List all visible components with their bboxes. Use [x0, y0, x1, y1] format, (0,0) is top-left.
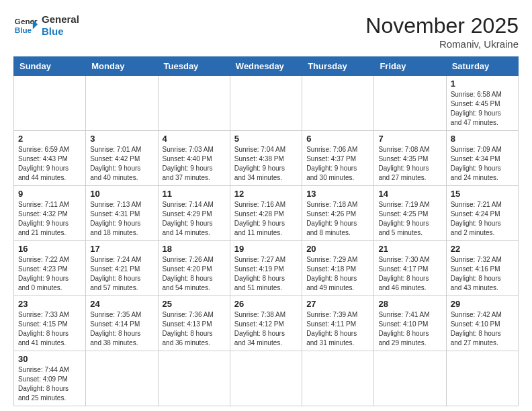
- calendar-day-cell: [14, 76, 86, 131]
- day-number: 10: [90, 189, 153, 199]
- day-number: 7: [378, 134, 441, 144]
- calendar-day-cell: [302, 351, 374, 406]
- day-info: Sunrise: 7:30 AMSunset: 4:17 PMDaylight:…: [378, 255, 441, 293]
- calendar-day-cell: [374, 76, 446, 131]
- day-info: Sunrise: 7:11 AMSunset: 4:32 PMDaylight:…: [18, 200, 81, 238]
- calendar-day-cell: 19Sunrise: 7:27 AMSunset: 4:19 PMDayligh…: [230, 241, 302, 296]
- calendar-day-cell: 7Sunrise: 7:08 AMSunset: 4:35 PMDaylight…: [374, 131, 446, 186]
- calendar-day-cell: 3Sunrise: 7:01 AMSunset: 4:42 PMDaylight…: [86, 131, 158, 186]
- calendar-day-cell: [158, 351, 230, 406]
- calendar-week-row: 9Sunrise: 7:11 AMSunset: 4:32 PMDaylight…: [14, 186, 519, 241]
- day-number: 27: [306, 299, 369, 309]
- day-number: 22: [451, 244, 514, 254]
- day-number: 21: [378, 244, 441, 254]
- calendar-week-row: 23Sunrise: 7:33 AMSunset: 4:15 PMDayligh…: [14, 296, 519, 351]
- day-info: Sunrise: 7:16 AMSunset: 4:28 PMDaylight:…: [234, 200, 298, 238]
- day-info: Sunrise: 7:27 AMSunset: 4:19 PMDaylight:…: [234, 255, 298, 293]
- calendar-week-row: 1Sunrise: 6:58 AMSunset: 4:45 PMDaylight…: [14, 76, 519, 131]
- day-number: 25: [163, 299, 226, 309]
- calendar-day-cell: 22Sunrise: 7:32 AMSunset: 4:16 PMDayligh…: [446, 241, 518, 296]
- calendar-week-row: 30Sunrise: 7:44 AMSunset: 4:09 PMDayligh…: [14, 351, 519, 406]
- calendar-day-cell: 2Sunrise: 6:59 AMSunset: 4:43 PMDaylight…: [14, 131, 86, 186]
- day-number: 8: [451, 134, 514, 144]
- day-of-week-header: Sunday: [14, 57, 86, 76]
- calendar-header: SundayMondayTuesdayWednesdayThursdayFrid…: [14, 57, 519, 76]
- day-of-week-header: Monday: [86, 57, 158, 76]
- calendar-day-cell: 13Sunrise: 7:18 AMSunset: 4:26 PMDayligh…: [302, 186, 374, 241]
- day-of-week-header: Tuesday: [158, 57, 230, 76]
- calendar-day-cell: [158, 76, 230, 131]
- calendar-day-cell: [374, 351, 446, 406]
- calendar-day-cell: 16Sunrise: 7:22 AMSunset: 4:23 PMDayligh…: [14, 241, 86, 296]
- day-number: 28: [378, 299, 441, 309]
- day-number: 26: [234, 299, 298, 309]
- svg-text:Blue: Blue: [15, 26, 32, 34]
- calendar-table: SundayMondayTuesdayWednesdayThursdayFrid…: [13, 56, 519, 406]
- day-number: 1: [451, 79, 514, 89]
- calendar-day-cell: 18Sunrise: 7:26 AMSunset: 4:20 PMDayligh…: [158, 241, 230, 296]
- calendar-day-cell: 25Sunrise: 7:36 AMSunset: 4:13 PMDayligh…: [158, 296, 230, 351]
- calendar-day-cell: 10Sunrise: 7:13 AMSunset: 4:31 PMDayligh…: [86, 186, 158, 241]
- calendar-body: 1Sunrise: 6:58 AMSunset: 4:45 PMDaylight…: [14, 76, 519, 406]
- calendar-week-row: 2Sunrise: 6:59 AMSunset: 4:43 PMDaylight…: [14, 131, 519, 186]
- calendar-day-cell: 28Sunrise: 7:41 AMSunset: 4:10 PMDayligh…: [374, 296, 446, 351]
- day-number: 4: [163, 134, 226, 144]
- day-number: 19: [234, 244, 298, 254]
- day-info: Sunrise: 7:33 AMSunset: 4:15 PMDaylight:…: [18, 310, 81, 348]
- day-of-week-header: Saturday: [446, 57, 518, 76]
- day-info: Sunrise: 7:22 AMSunset: 4:23 PMDaylight:…: [18, 255, 81, 293]
- day-info: Sunrise: 7:14 AMSunset: 4:29 PMDaylight:…: [163, 200, 226, 238]
- calendar-day-cell: 14Sunrise: 7:19 AMSunset: 4:25 PMDayligh…: [374, 186, 446, 241]
- logo-icon: General Blue: [13, 13, 38, 38]
- calendar-day-cell: [86, 351, 158, 406]
- day-info: Sunrise: 6:59 AMSunset: 4:43 PMDaylight:…: [18, 145, 81, 183]
- day-number: 6: [306, 134, 369, 144]
- calendar-day-cell: 9Sunrise: 7:11 AMSunset: 4:32 PMDaylight…: [14, 186, 86, 241]
- calendar-day-cell: 1Sunrise: 6:58 AMSunset: 4:45 PMDaylight…: [446, 76, 518, 131]
- day-number: 14: [378, 189, 441, 199]
- calendar-day-cell: 12Sunrise: 7:16 AMSunset: 4:28 PMDayligh…: [230, 186, 302, 241]
- calendar-day-cell: 30Sunrise: 7:44 AMSunset: 4:09 PMDayligh…: [14, 351, 86, 406]
- calendar-day-cell: [302, 76, 374, 131]
- day-number: 2: [18, 134, 81, 144]
- day-info: Sunrise: 7:24 AMSunset: 4:21 PMDaylight:…: [90, 255, 153, 293]
- location-subtitle: Romaniv, Ukraine: [365, 38, 519, 50]
- calendar-day-cell: 6Sunrise: 7:06 AMSunset: 4:37 PMDaylight…: [302, 131, 374, 186]
- calendar-day-cell: 24Sunrise: 7:35 AMSunset: 4:14 PMDayligh…: [86, 296, 158, 351]
- calendar-day-cell: 15Sunrise: 7:21 AMSunset: 4:24 PMDayligh…: [446, 186, 518, 241]
- calendar-day-cell: 21Sunrise: 7:30 AMSunset: 4:17 PMDayligh…: [374, 241, 446, 296]
- calendar-day-cell: 26Sunrise: 7:38 AMSunset: 4:12 PMDayligh…: [230, 296, 302, 351]
- day-number: 30: [18, 354, 81, 364]
- day-info: Sunrise: 7:06 AMSunset: 4:37 PMDaylight:…: [306, 145, 369, 183]
- day-number: 11: [163, 189, 226, 199]
- calendar-day-cell: 8Sunrise: 7:09 AMSunset: 4:34 PMDaylight…: [446, 131, 518, 186]
- day-info: Sunrise: 7:21 AMSunset: 4:24 PMDaylight:…: [451, 200, 514, 238]
- day-info: Sunrise: 7:03 AMSunset: 4:40 PMDaylight:…: [163, 145, 226, 183]
- day-info: Sunrise: 7:09 AMSunset: 4:34 PMDaylight:…: [451, 145, 514, 183]
- calendar-day-cell: [446, 351, 518, 406]
- day-number: 9: [18, 189, 81, 199]
- page-header: General Blue General Blue November 2025 …: [13, 13, 519, 50]
- day-of-week-header: Friday: [374, 57, 446, 76]
- day-info: Sunrise: 7:36 AMSunset: 4:13 PMDaylight:…: [163, 310, 226, 348]
- day-number: 17: [90, 244, 153, 254]
- day-info: Sunrise: 7:19 AMSunset: 4:25 PMDaylight:…: [378, 200, 441, 238]
- day-info: Sunrise: 7:41 AMSunset: 4:10 PMDaylight:…: [378, 310, 441, 348]
- day-number: 5: [234, 134, 298, 144]
- calendar-day-cell: 29Sunrise: 7:42 AMSunset: 4:10 PMDayligh…: [446, 296, 518, 351]
- day-number: 13: [306, 189, 369, 199]
- day-of-week-header: Wednesday: [230, 57, 302, 76]
- day-info: Sunrise: 7:29 AMSunset: 4:18 PMDaylight:…: [306, 255, 369, 293]
- calendar-day-cell: 27Sunrise: 7:39 AMSunset: 4:11 PMDayligh…: [302, 296, 374, 351]
- day-number: 15: [451, 189, 514, 199]
- title-block: November 2025 Romaniv, Ukraine: [365, 13, 519, 50]
- day-info: Sunrise: 7:32 AMSunset: 4:16 PMDaylight:…: [451, 255, 514, 293]
- day-info: Sunrise: 6:58 AMSunset: 4:45 PMDaylight:…: [451, 90, 514, 128]
- day-info: Sunrise: 7:13 AMSunset: 4:31 PMDaylight:…: [90, 200, 153, 238]
- day-info: Sunrise: 7:26 AMSunset: 4:20 PMDaylight:…: [163, 255, 226, 293]
- month-year-title: November 2025: [365, 13, 519, 38]
- day-number: 29: [451, 299, 514, 309]
- day-number: 24: [90, 299, 153, 309]
- calendar-day-cell: [86, 76, 158, 131]
- day-number: 16: [18, 244, 81, 254]
